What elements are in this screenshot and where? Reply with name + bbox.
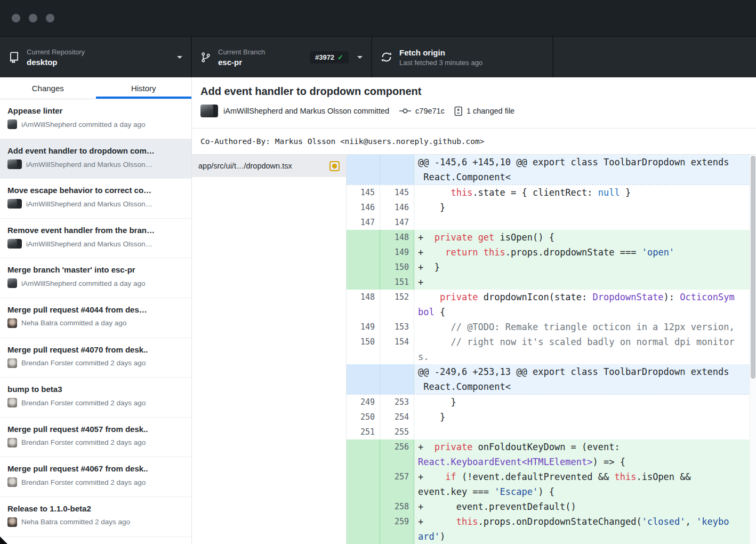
code-segment: this [451,187,472,198]
old-line-number [347,155,380,185]
diff-row-hunk: @@ -249,6 +253,13 @@ export class Toolba… [347,364,756,395]
commit-list-item[interactable]: Remove event handler from the bran…iAmWi… [0,219,191,259]
zoom-window-button[interactable] [46,14,54,22]
commit-title: Add event handler to dropdown com… [7,146,184,155]
diff-row-context: 150154 // right now it's scaled badly on… [347,334,756,364]
code-segment: + [418,232,435,243]
new-line-number: 253 [380,395,414,410]
old-line-number: 150 [347,334,380,364]
code-line [414,215,756,230]
new-line-number: 145 [380,185,414,200]
fetch-origin-button[interactable]: Fetch origin Last fetched 3 minutes ago [372,37,553,77]
file-path: app/src/ui/t…/dropdown.tsx [198,162,325,170]
commit-byline-text: iAmWillShepherd and Markus Olsson… [26,200,152,208]
git-commit-icon [399,107,412,115]
avatar [7,199,17,209]
old-line-number: 147 [347,215,380,230]
code-segment: ) { [538,486,554,497]
commit-list-item[interactable]: bump to beta3Brendan Forster committed 2… [0,378,191,418]
commit-list-item[interactable]: Merge pull request #4070 from desk..Bren… [0,338,191,378]
code-segment: if [445,471,456,482]
old-line-number [347,245,380,260]
avatar [7,119,17,129]
code-line: } [414,200,756,215]
commit-title: Merge pull request #4044 from des… [7,305,184,314]
new-line-number: 152 [380,290,414,319]
commit-list-item[interactable]: Merge pull request #4044 from des…Neha B… [0,298,191,338]
old-line-number: 251 [347,425,380,439]
code-segment: + } [418,262,440,273]
commit-byline-text: Brendan Forster committed 2 days ago [21,478,146,486]
code-line: + private onFoldoutKeyDown = (event: Rea… [414,439,756,469]
commit-list-item[interactable]: Merge pull request #4067 from desk..Bren… [0,457,191,497]
code-segment: private [440,292,478,302]
file-list-item[interactable]: app/src/ui/t…/dropdown.tsx [192,155,346,177]
code-line: // @TODO: Remake triangle octicon in a 1… [414,319,756,334]
avatar [7,477,17,487]
code-segment: this [484,247,505,258]
chevron-down-icon [357,56,363,59]
history-sidebar: Changes History Appease linteriAmWillShe… [0,77,192,544]
commit-byline: Neha Batra committed a day ago [7,318,184,328]
diff-row-added: 151+ [347,275,756,290]
diff-row-context: 147147 [347,215,756,230]
code-line: // right now it's scaled badly on normal… [414,334,756,364]
branch-switcher-button[interactable]: Current Branch esc-pr #3972 ✓ [192,37,372,77]
scrollbar-thumb[interactable] [751,156,755,379]
commit-byline: iAmWillShepherd committed a day ago [7,119,184,129]
commit-list-item[interactable]: Merge pull request #4057 from desk..Bren… [0,418,191,458]
tab-changes[interactable]: Changes [0,77,96,99]
commit-title: Release to 1.1.0-beta2 [7,504,184,513]
old-line-number: 249 [347,395,380,410]
close-window-button[interactable] [12,14,20,22]
code-segment: null [598,187,620,198]
fetch-title: Fetch origin [399,48,482,57]
commit-description: Co-Authored-By: Markus Olsson <niik@user… [200,137,485,146]
avatar [7,159,17,169]
diff-row-added: 257+ if (!event.defaultPrevented && this… [347,469,756,499]
code-line: + event.preventDefault() [414,499,756,514]
changed-file-icon [454,106,463,116]
diff-scrollbar [750,155,756,544]
commit-byline-text: iAmWillShepherd and Markus Olsson… [26,240,152,248]
commit-byline: iAmWillShepherd and Markus Olsson… [7,199,184,209]
new-line-number: 153 [380,319,414,334]
commit-title: bump to beta3 [7,385,184,394]
commit-list-item[interactable]: Merge branch 'master' into esc-priAmWill… [0,258,191,298]
commit-byline-text: Neha Batra committed a day ago [21,319,126,327]
commit-list-item[interactable]: Appease linteriAmWillShepherd committed … [0,99,191,139]
code-line: } [414,395,756,410]
code-segment: { [435,307,445,317]
code-segment: 'open' [642,247,674,258]
code-line: } [414,410,756,425]
commit-list-item[interactable]: Merge pull request #4073 from desk..Neha… [0,537,191,544]
old-line-number [347,469,380,499]
old-line-number [347,260,380,275]
old-line-number [347,230,380,245]
avatar [7,358,17,368]
pr-number-badge: #3972 ✓ [310,51,349,63]
avatar [200,105,218,117]
new-line-number: 149 [380,245,414,260]
toolbar-empty-area [553,37,756,77]
check-icon: ✓ [337,53,343,61]
new-line-number: 258 [380,499,414,514]
commit-title: Remove event handler from the bran… [7,226,184,235]
diff-rows: @@ -145,6 +145,10 @@ export class Toolba… [347,155,756,544]
code-segment: } [418,202,445,213]
fetch-subtitle: Last fetched 3 minutes ago [399,59,482,67]
diff-row-context: 148152 private dropdownIcon(state: Dropd… [347,290,756,319]
code-segment: + [418,516,456,527]
tab-history[interactable]: History [96,77,192,99]
code-segment: + [418,471,445,482]
commit-list-item[interactable]: Release to 1.1.0-beta2Neha Batra committ… [0,497,191,537]
new-line-number: 259 [380,514,414,544]
commit-list-item[interactable]: Move escape behavior to correct co…iAmWi… [0,179,191,219]
repository-name: desktop [27,58,85,67]
code-segment [418,292,440,302]
repository-switcher-button[interactable]: Current Repository desktop [0,37,192,77]
new-line-number [380,155,414,185]
commit-list-item[interactable]: Add event handler to dropdown com…iAmWil… [0,139,191,179]
old-line-number [347,499,380,514]
minimize-window-button[interactable] [29,14,37,22]
